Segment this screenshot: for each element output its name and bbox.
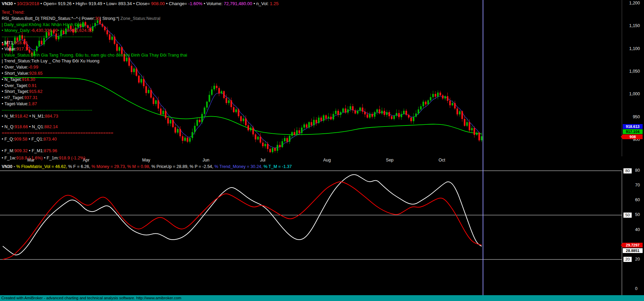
overlay-segment: • H7_Taget: <box>2 95 24 100</box>
overlay-line: • N_Taget:916.30 <box>2 77 187 83</box>
overlay-line: • Short_Taget:915.62 <box>2 89 187 95</box>
indicator-tick-label: 60 <box>635 197 640 202</box>
title-segment: 72,791,480.00 <box>224 1 252 6</box>
overlay-segment: 884.73 <box>45 114 58 119</box>
indicator-text-overlay: Test_Trend:RSI_Status:Bott_D| TREND_Stat… <box>2 10 187 161</box>
overlay-segment: 928.65 <box>29 71 43 76</box>
price-axis[interactable]: 1,2001,1501,1001,0501,000950900918.61391… <box>623 0 643 167</box>
flowmatrix-title-segment: % T_M = -1.37 <box>263 164 292 169</box>
overlay-line: • MT1:918.61 <box>2 40 187 46</box>
overlay-segment: 916.30 <box>22 77 35 82</box>
overlay-segment: 918.61 <box>14 40 28 45</box>
overlay-segment: -6,430,336.00 <box>31 28 58 33</box>
title-segment: • <box>13 1 17 6</box>
overlay-line: ========================================… <box>2 130 187 136</box>
overlay-segment: Zone_Status:Neutral <box>121 16 161 21</box>
overlay-segment: | Daily_singal:Không Xác Nhận Hành Động <box>2 22 85 27</box>
overlay-segment: • F_1m: <box>43 156 59 160</box>
title-segment: • <box>252 1 256 6</box>
overlay-line: | Daily_singal:Không Xác Nhận Hành Động <box>2 22 187 28</box>
overlay-line: • N_Q:918.66 • N_Q1:882.14 <box>2 124 187 130</box>
band-level-box: 20 <box>623 257 632 262</box>
title-segment: Low= 893.34 <box>106 1 132 6</box>
overlay-segment: • Over_Value: <box>2 65 28 70</box>
title-segment: • <box>202 1 207 6</box>
overlay-segment: • Over_Taget: <box>2 83 28 88</box>
flowmatrix-indicator-pane[interactable] <box>0 167 622 289</box>
overlay-line: RSI_Status:Bott_D| TREND_Status:*--*-| P… <box>2 16 187 22</box>
overlay-segment: | Trend_Status:Tich Luy _ Cho Thay Đôi X… <box>2 59 99 63</box>
overlay-segment: • MT1: <box>2 40 14 45</box>
overlay-line: • Over_Value:-0.99 <box>2 64 187 71</box>
overlay-line: • Money_Daily:-6,430,336.00• +-:-5,450,6… <box>2 28 187 34</box>
overlay-segment: RSI_Status:Bott_D| TREND_Status:*--*-| P… <box>2 16 95 21</box>
title-segment: • <box>72 1 76 6</box>
overlay-segment: • Value: <box>2 47 16 51</box>
title-segment: 1.25 <box>270 1 278 6</box>
overlay-segment: 909.32 <box>14 148 28 153</box>
overlay-line: • N_M:918.42 • N_M1:884.73 <box>2 113 187 120</box>
band-level-box: 50 <box>623 213 632 218</box>
indicator-tick-label: 0 <box>635 286 637 291</box>
indicator-tick-label: 80 <box>635 168 640 173</box>
overlay-segment: 917.10 <box>16 47 30 51</box>
overlay-segment: 875.96 <box>44 148 57 153</box>
overlay-segment: 882.14 <box>45 124 58 129</box>
badge-arrow-icon <box>621 243 623 248</box>
month-label: Jun <box>202 158 209 162</box>
flowmatrix-title-segment: VN30 - <box>2 164 16 169</box>
overlay-segment: • N_Taget: <box>2 77 22 82</box>
overlay-line: • F_1w:918.9 (-1.6%) • F_1m:918.9 (-1.2%… <box>2 155 187 161</box>
badge-arrow-icon <box>621 134 623 139</box>
overlay-segment: • N_Q1: <box>28 124 44 129</box>
overlay-segment: • Money_Daily: <box>2 28 31 33</box>
indicator-tick-label: 50 <box>635 212 640 217</box>
title-segment: • <box>132 1 136 6</box>
overlay-line: | Value_Status:Đinh Gia Tang Truong. Đâu… <box>2 52 187 59</box>
overlay-line: ----------------------------------------… <box>2 34 187 40</box>
price-tick-label: 1,200 <box>623 1 640 5</box>
price-tick-label: 1,100 <box>623 46 640 51</box>
overlay-segment: • F_M: <box>2 148 14 153</box>
title-segment: 908.00 <box>151 1 165 6</box>
overlay-segment: 30 <box>95 16 100 21</box>
overlay-segment: -0.99 <box>28 65 38 70</box>
flowmatrix-title-bar: VN30 - % FlowMatrix_Vol = 46.62, % F = 6… <box>2 164 292 169</box>
last-price-badge: 918.613 <box>623 124 643 129</box>
overlay-segment: 915.62 <box>29 89 42 94</box>
title-segment: • <box>165 1 169 6</box>
flowmatrix-title-segment: % Money = 29.73, <box>91 164 127 169</box>
month-label: Aug <box>323 158 331 162</box>
indicator-axis[interactable]: 80502080706050403020029.729728.8851 <box>623 167 643 295</box>
overlay-segment: 918.9 (-1.2%) <box>59 156 85 160</box>
month-label: Jul <box>260 158 265 162</box>
title-segment: n_Vol: <box>256 1 270 6</box>
last-price-badge: 917.104 <box>623 129 643 134</box>
overlay-segment: ========================================… <box>2 131 113 135</box>
overlay-segment: 1.87 <box>28 101 37 106</box>
overlay-segment: ----------------------------------------… <box>2 108 92 112</box>
overlay-segment: • N_M: <box>2 114 15 119</box>
title-segment: • <box>102 1 106 6</box>
price-tick-label: 1,050 <box>623 69 640 74</box>
overlay-segment: 918.66 <box>15 124 28 129</box>
price-tick-label: 1,150 <box>623 23 640 28</box>
flowmatrix-title-segment: % M = 0.98, <box>127 164 152 169</box>
indicator-tick-label: 40 <box>635 227 640 232</box>
overlay-line: ----------------------------------------… <box>2 107 187 113</box>
indicator-tick-label: 70 <box>635 183 640 188</box>
flowmatrix-title-segment: % F = 6.26, <box>68 164 91 169</box>
overlay-segment: | Value_Status:Đinh Gia Tang Truong. Đâu… <box>2 53 187 58</box>
overlay-segment: 873.40 <box>44 137 57 142</box>
overlay-segment: • F_Q1: <box>27 137 44 142</box>
overlay-line: • F_Q:909.58 • F_Q1:873.40 <box>2 136 187 143</box>
overlay-segment: • Taget-Value: <box>2 101 28 106</box>
overlay-segment: 918.42 <box>15 114 28 119</box>
overlay-segment: • N_M1: <box>28 114 45 119</box>
overlay-line: • Over_Taget:0.91 <box>2 83 187 89</box>
price-tick-label: 1,000 <box>623 92 640 96</box>
flowmatrix-title-segment: % PriceUp = 28.89, <box>151 164 190 169</box>
overlay-segment: Test_Trend: <box>2 10 25 15</box>
flowmatrix-title-segment: % FlowMatrix_Vol = 46.62, <box>16 164 68 169</box>
overlay-line: • Value:917.10 <box>2 46 187 52</box>
